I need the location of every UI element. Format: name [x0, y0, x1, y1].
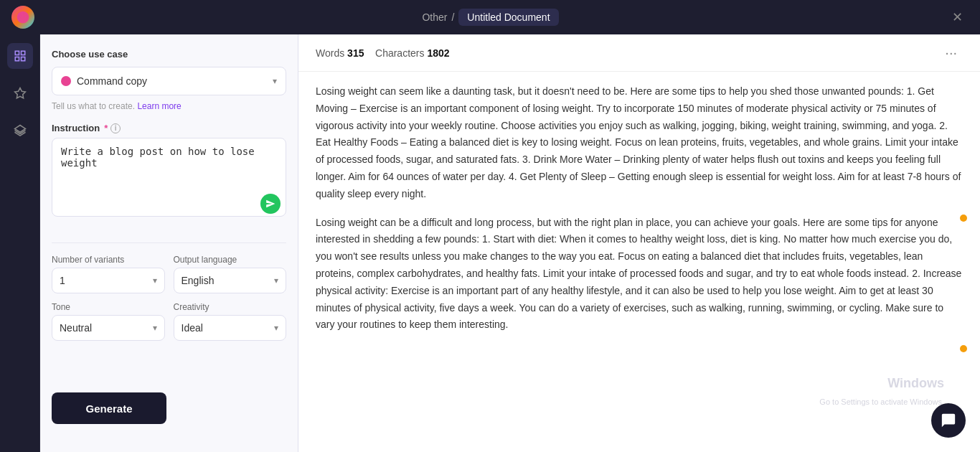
variants-value: 1 — [60, 275, 65, 286]
chevron-down-icon: ▾ — [153, 323, 157, 333]
word-character-count: Words 315 Characters 1802 — [316, 47, 450, 59]
topbar-center: Other / Untitled Document — [422, 9, 558, 26]
svg-marker-4 — [14, 88, 25, 98]
textarea-wrapper: Write a blog post on how to lose weight — [52, 138, 286, 220]
app-logo — [11, 6, 34, 29]
generate-button[interactable]: Generate — [52, 392, 166, 424]
output-language-label: Output language — [174, 255, 287, 265]
svg-rect-0 — [15, 51, 19, 55]
svg-rect-3 — [21, 57, 24, 61]
content-body[interactable]: Losing weight can seem like a daunting t… — [298, 72, 980, 452]
right-panel: Words 315 Characters 1802 ··· Losing wei… — [298, 34, 980, 452]
dot-indicator-1 — [960, 215, 967, 222]
dot-indicator-2 — [960, 345, 967, 352]
instruction-label: Instruction * i — [52, 123, 286, 133]
more-options-button[interactable]: ··· — [939, 42, 963, 64]
svg-rect-2 — [15, 57, 19, 61]
tone-creativity-row: Tone Neutral ▾ Creativity Ideal ▾ — [52, 302, 286, 341]
main-layout: Choose use case Command copy ▾ Tell us w… — [0, 34, 980, 452]
send-button[interactable] — [260, 194, 281, 214]
content-header: Words 315 Characters 1802 ··· — [298, 34, 980, 72]
watermark: Windows — [887, 372, 944, 395]
chevron-down-icon: ▾ — [153, 276, 157, 286]
helper-text: Tell us what to create. Learn more — [52, 101, 286, 111]
breadcrumb-prefix: Other — [422, 11, 447, 23]
creativity-field: Creativity Ideal ▾ — [174, 302, 287, 341]
use-case-left: Command copy — [61, 75, 147, 87]
characters-count: 1802 — [427, 47, 449, 59]
use-case-dot — [61, 76, 71, 86]
words-label: Words — [316, 47, 344, 59]
tone-field: Tone Neutral ▾ — [52, 302, 165, 341]
doc-title: Untitled Document — [458, 9, 558, 26]
info-icon: i — [110, 123, 121, 133]
output-language-field: Output language English ▾ — [174, 255, 287, 293]
creativity-dropdown[interactable]: Ideal ▾ — [174, 315, 287, 341]
output-language-value: English — [182, 275, 215, 286]
use-case-dropdown[interactable]: Command copy ▾ — [52, 67, 286, 95]
sidebar-icon-layers[interactable] — [7, 118, 33, 143]
dot-wrapper-2 — [316, 345, 963, 352]
content-paragraph-1: Losing weight can seem like a daunting t… — [316, 83, 963, 203]
creativity-value: Ideal — [182, 322, 203, 334]
chevron-down-icon: ▾ — [274, 323, 278, 333]
output-language-dropdown[interactable]: English ▾ — [174, 268, 287, 293]
chat-bubble[interactable] — [931, 403, 966, 438]
sidebar-icon-star[interactable] — [7, 80, 33, 106]
use-case-value: Command copy — [77, 75, 147, 87]
tone-value: Neutral — [60, 322, 92, 334]
svg-rect-1 — [21, 51, 24, 55]
variants-label: Number of variants — [52, 255, 165, 265]
creativity-label: Creativity — [174, 302, 287, 312]
sidebar-icon-grid[interactable] — [7, 43, 33, 69]
close-button[interactable]: ✕ — [946, 6, 969, 28]
required-star: * — [104, 123, 108, 133]
content-paragraph-2: Losing weight can be a difficult and lon… — [316, 215, 963, 334]
divider — [52, 243, 286, 243]
instruction-input[interactable]: Write a blog post on how to lose weight — [52, 138, 286, 217]
activate-text: Go to Settings to activate Windows. — [819, 395, 944, 409]
characters-label: Characters — [375, 47, 424, 59]
learn-more-link[interactable]: Learn more — [137, 101, 181, 111]
left-panel: Choose use case Command copy ▾ Tell us w… — [40, 34, 298, 452]
breadcrumb-separator: / — [451, 11, 454, 23]
variants-dropdown[interactable]: 1 ▾ — [52, 268, 165, 293]
topbar: Other / Untitled Document ✕ — [0, 0, 980, 34]
icon-sidebar — [0, 34, 40, 452]
choose-use-case-label: Choose use case — [52, 49, 286, 60]
variants-language-row: Number of variants 1 ▾ Output language E… — [52, 255, 286, 293]
tone-dropdown[interactable]: Neutral ▾ — [52, 315, 165, 341]
words-count: 315 — [347, 47, 364, 59]
tone-label: Tone — [52, 302, 165, 312]
variants-field: Number of variants 1 ▾ — [52, 255, 165, 293]
topbar-left — [11, 6, 34, 29]
chevron-down-icon: ▾ — [273, 76, 277, 86]
chevron-down-icon: ▾ — [274, 276, 278, 286]
